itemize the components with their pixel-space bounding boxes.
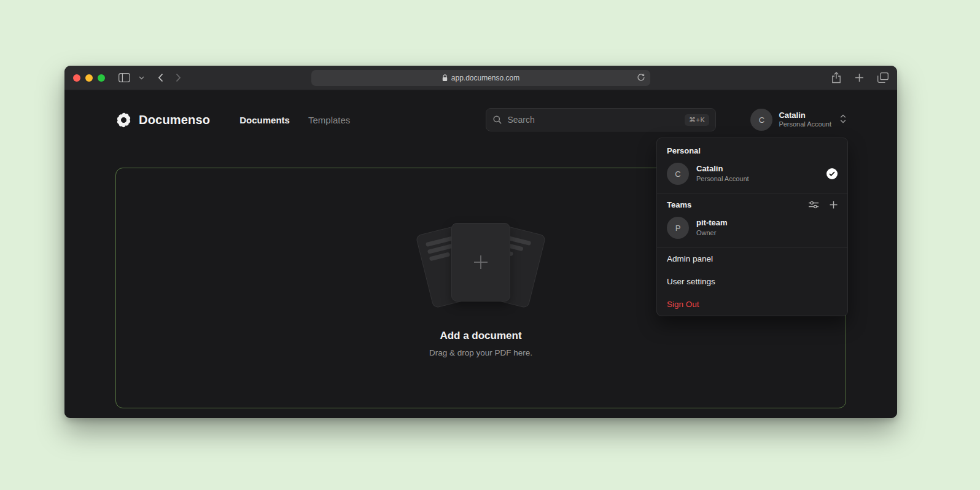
reload-icon[interactable] (637, 73, 645, 84)
search-icon (492, 115, 502, 125)
account-name: Catalin (779, 111, 831, 120)
menu-personal-account-item[interactable]: C Catalin Personal Account (657, 160, 847, 193)
search-input[interactable]: Search ⌘+K (486, 108, 716, 131)
minimize-button[interactable] (85, 74, 93, 82)
new-tab-icon[interactable] (855, 73, 864, 82)
avatar: C (750, 109, 772, 131)
menu-item-sign-out[interactable]: Sign Out (657, 293, 847, 316)
dropzone-title: Add a document (440, 330, 521, 342)
documenso-logo-icon (115, 112, 132, 128)
back-button[interactable] (158, 73, 163, 82)
add-document-card (451, 223, 510, 301)
share-icon[interactable] (831, 72, 841, 84)
menu-teams-label: Teams (667, 200, 691, 209)
address-bar[interactable]: app.documenso.com (311, 70, 650, 86)
zoom-button[interactable] (98, 74, 105, 82)
menu-item-admin-panel[interactable]: Admin panel (657, 247, 847, 270)
account-dropdown-menu: Personal C Catalin Personal Account Team… (656, 138, 848, 316)
forward-button[interactable] (176, 73, 181, 82)
plus-icon (472, 253, 490, 271)
account-menu-trigger[interactable]: C Catalin Personal Account (750, 109, 846, 131)
lock-icon (442, 74, 448, 82)
brand[interactable]: Documenso (115, 112, 210, 128)
tab-overview-icon[interactable] (877, 72, 889, 83)
search-shortcut-badge: ⌘+K (685, 114, 709, 126)
chevron-up-down-icon (840, 114, 846, 126)
menu-personal-label: Personal (657, 138, 847, 160)
account-type: Personal Account (779, 120, 831, 129)
menu-item-user-settings[interactable]: User settings (657, 270, 847, 293)
selected-check-icon (826, 168, 838, 179)
avatar: P (667, 217, 689, 239)
nav-documents[interactable]: Documents (239, 115, 290, 125)
search-placeholder: Search (507, 115, 534, 125)
primary-nav: Documents Templates (239, 115, 350, 125)
brand-name: Documenso (139, 113, 210, 127)
traffic-lights (73, 74, 105, 82)
url-text: app.documenso.com (451, 74, 519, 82)
sidebar-toggle-icon[interactable] (119, 73, 130, 82)
sidebar-chevron-down-icon[interactable] (139, 76, 144, 80)
manage-teams-icon[interactable] (809, 201, 819, 209)
menu-team-name: pit-team (696, 218, 728, 228)
create-team-plus-icon[interactable] (830, 201, 838, 209)
app-header: Documenso Documents Templates Search ⌘+K… (115, 106, 846, 133)
dropzone-subtitle: Drag & drop your PDF here. (429, 348, 532, 357)
browser-titlebar: app.documenso.com (64, 66, 897, 90)
avatar: C (667, 163, 689, 185)
menu-teams-header: Teams (657, 193, 847, 214)
documents-illustration (410, 219, 551, 311)
menu-personal-name: Catalin (696, 164, 749, 174)
close-button[interactable] (73, 74, 80, 82)
browser-window: app.documenso.com (64, 66, 897, 418)
menu-team-item[interactable]: P pit-team Owner (657, 214, 847, 247)
menu-personal-type: Personal Account (696, 174, 749, 183)
nav-templates[interactable]: Templates (308, 115, 350, 125)
app-content: Documenso Documents Templates Search ⌘+K… (64, 90, 897, 418)
menu-team-role: Owner (696, 228, 728, 237)
